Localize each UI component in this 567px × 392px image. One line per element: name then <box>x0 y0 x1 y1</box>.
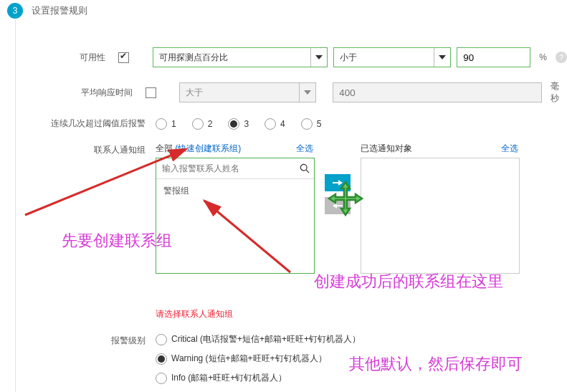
chevron-down-icon <box>310 48 327 67</box>
select-availability-metric-value: 可用探测点百分比 <box>159 52 228 64</box>
chevron-down-icon <box>434 48 450 67</box>
radio-icon <box>265 118 276 130</box>
row-consecutive: 连续几次超过阈值后报警 12345 <box>39 118 567 130</box>
text-all: 全部 <box>156 143 173 153</box>
list-item[interactable]: 警报组 <box>156 179 314 203</box>
text-selected-title: 已选通知对象 <box>361 143 412 155</box>
radio-label: Info (邮箱+旺旺+钉钉机器人） <box>171 372 287 384</box>
radio-label: 2 <box>208 119 213 129</box>
select-avgresp-operator[interactable]: 大于 <box>179 82 315 102</box>
radio-consecutive-2[interactable]: 2 <box>192 118 213 130</box>
row-error: 请选择联系人通知组 <box>39 287 567 333</box>
row-avg-response: 平均响应时间 大于 毫秒 <box>39 80 567 105</box>
row-availability: 可用性 可用探测点百分比 小于 % ? <box>39 47 567 67</box>
radio-icon <box>156 353 167 365</box>
checkbox-availability[interactable] <box>118 52 129 63</box>
checkbox-avg-response[interactable] <box>146 87 156 98</box>
radio-consecutive-3[interactable]: 3 <box>228 118 249 130</box>
radio-group-consecutive: 12345 <box>156 118 321 130</box>
unit-ms: 毫秒 <box>551 80 567 105</box>
row-alarm-level: 报警级别 Critical (电话报警+短信+邮箱+旺旺+钉钉机器人）Warni… <box>39 333 567 384</box>
radio-icon <box>156 373 167 384</box>
step-number-badge: 3 <box>7 3 23 19</box>
link-quick-create-group[interactable]: (快速创建联系组) <box>175 143 241 153</box>
error-message: 请选择联系人通知组 <box>156 308 233 320</box>
link-select-all-left[interactable]: 全选 <box>296 143 313 155</box>
label-contact-group: 联系人通知组 <box>39 143 156 156</box>
select-availability-operator[interactable]: 小于 <box>333 47 451 67</box>
radio-label: 3 <box>244 119 249 129</box>
listbox-available-groups: 警报组 <box>156 158 315 274</box>
move-right-button[interactable] <box>325 174 351 191</box>
radio-level-warning[interactable]: Warning (短信+邮箱+旺旺+钉钉机器人） <box>156 353 361 365</box>
transfer-arrows <box>325 174 351 214</box>
radio-level-critical[interactable]: Critical (电话报警+短信+邮箱+旺旺+钉钉机器人） <box>156 333 361 345</box>
listbox-selected-groups <box>361 158 520 274</box>
search-icon[interactable] <box>295 163 314 173</box>
select-availability-metric[interactable]: 可用探测点百分比 <box>153 47 328 67</box>
link-select-all-right[interactable]: 全选 <box>501 143 518 155</box>
radio-group-alarm-level: Critical (电话报警+短信+邮箱+旺旺+钉钉机器人）Warning (短… <box>156 333 361 384</box>
label-availability: 可用性 <box>39 52 115 64</box>
radio-consecutive-1[interactable]: 1 <box>156 118 176 130</box>
search-bar <box>156 158 314 179</box>
radio-icon <box>192 118 204 130</box>
radio-consecutive-5[interactable]: 5 <box>301 118 322 130</box>
svg-point-0 <box>300 164 307 171</box>
radio-icon <box>156 118 167 130</box>
select-availability-operator-value: 小于 <box>340 52 357 64</box>
label-avg-response: 平均响应时间 <box>39 87 143 99</box>
input-avgresp-threshold[interactable] <box>333 82 541 102</box>
step-title: 设置报警规则 <box>32 4 87 17</box>
radio-consecutive-4[interactable]: 4 <box>265 118 285 130</box>
radio-label: Critical (电话报警+短信+邮箱+旺旺+钉钉机器人） <box>171 333 361 345</box>
radio-level-info[interactable]: Info (邮箱+旺旺+钉钉机器人） <box>156 372 361 384</box>
unit-percent: % <box>539 52 547 62</box>
label-consecutive: 连续几次超过阈值后报警 <box>39 118 156 130</box>
radio-label: Warning (短信+邮箱+旺旺+钉钉机器人） <box>171 353 327 365</box>
move-left-button[interactable] <box>325 197 351 214</box>
search-input[interactable] <box>156 163 295 173</box>
svg-line-1 <box>306 170 309 173</box>
step-header: 3 设置报警规则 <box>7 0 567 19</box>
radio-icon <box>156 334 167 345</box>
radio-label: 4 <box>280 119 285 129</box>
row-contact-group: 联系人通知组 全部 (快速创建联系组) 全选 <box>39 143 567 274</box>
select-avgresp-operator-value: 大于 <box>186 87 203 99</box>
input-availability-threshold[interactable] <box>457 47 530 67</box>
step-timeline <box>15 20 16 392</box>
label-alarm-level: 报警级别 <box>39 333 156 347</box>
radio-icon <box>228 118 239 130</box>
chevron-down-icon <box>299 83 315 102</box>
radio-label: 5 <box>317 119 322 129</box>
radio-icon <box>301 118 313 130</box>
radio-label: 1 <box>171 119 176 129</box>
help-icon[interactable]: ? <box>556 52 567 63</box>
